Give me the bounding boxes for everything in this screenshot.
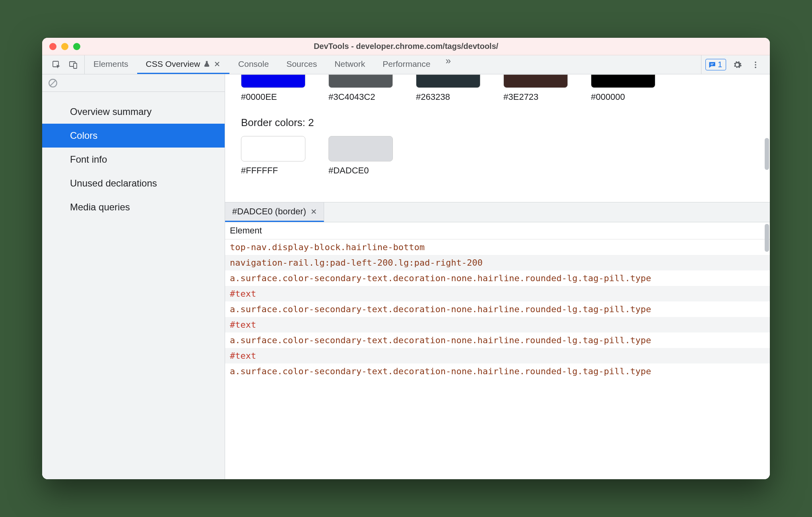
traffic-lights — [49, 43, 80, 50]
content-area: Overview summary Colors Font info Unused… — [42, 74, 770, 479]
swatch-hex: #000000 — [591, 92, 625, 102]
tab-label: Performance — [383, 59, 430, 69]
element-row[interactable]: #text — [225, 348, 770, 363]
tab-performance[interactable]: Performance — [374, 55, 439, 74]
elements-list[interactable]: top-nav.display-block.hairline-bottom na… — [225, 239, 770, 479]
more-options-button[interactable] — [748, 58, 763, 72]
swatch-hex: #DADCE0 — [328, 165, 369, 176]
swatch-hex: #FFFFFF — [241, 165, 278, 176]
message-icon — [708, 61, 716, 69]
sidebar-item-font-info[interactable]: Font info — [42, 148, 225, 171]
svg-point-7 — [755, 66, 756, 68]
tab-network[interactable]: Network — [326, 55, 374, 74]
devtools-toolbar: Elements CSS Overview Console Sources Ne… — [42, 55, 770, 74]
inspect-element-icon[interactable] — [49, 58, 64, 72]
svg-point-5 — [755, 61, 756, 63]
tab-sources[interactable]: Sources — [278, 55, 326, 74]
more-tabs-button[interactable]: » — [439, 55, 457, 74]
sidebar-toolbar — [42, 74, 225, 92]
main-panel: #0000EE #3C4043C2 #263238 #3E2723 — [225, 74, 770, 479]
swatch-chip — [503, 74, 568, 88]
colors-scroll-area[interactable]: #0000EE #3C4043C2 #263238 #3E2723 — [225, 74, 770, 202]
sidebar-item-unused-declarations[interactable]: Unused declarations — [42, 171, 225, 195]
color-swatch[interactable]: #0000EE — [241, 74, 305, 102]
css-overview-sidebar: Overview summary Colors Font info Unused… — [42, 74, 225, 479]
swatch-hex: #3C4043C2 — [328, 92, 375, 102]
element-row[interactable]: navigation-rail.lg:pad-left-200.lg:pad-r… — [225, 255, 770, 270]
scrollbar-thumb[interactable] — [765, 224, 769, 252]
tab-elements[interactable]: Elements — [85, 55, 137, 74]
panel-tabs: Elements CSS Overview Console Sources Ne… — [85, 55, 701, 74]
close-icon[interactable] — [311, 209, 317, 214]
detail-tabstrip: #DADCE0 (border) — [225, 202, 770, 222]
issues-count: 1 — [718, 60, 722, 69]
border-swatch-row: #FFFFFF #DADCE0 — [241, 136, 754, 176]
element-row[interactable]: #text — [225, 286, 770, 301]
swatch-chip — [591, 74, 655, 88]
kebab-icon — [751, 60, 760, 69]
sidebar-item-label: Font info — [70, 154, 107, 165]
window-title: DevTools - developer.chrome.com/tags/dev… — [314, 42, 498, 51]
elements-column-header: Element — [225, 222, 770, 239]
color-swatch[interactable]: #263238 — [416, 74, 480, 102]
settings-button[interactable] — [730, 58, 744, 72]
swatch-chip — [328, 74, 393, 88]
color-swatch-row: #0000EE #3C4043C2 #263238 #3E2723 — [241, 74, 754, 102]
swatch-chip — [241, 136, 305, 161]
tab-label: Sources — [286, 59, 317, 69]
element-row[interactable]: a.surface.color-secondary-text.decoratio… — [225, 332, 770, 348]
element-row[interactable]: a.surface.color-secondary-text.decoratio… — [225, 270, 770, 286]
tab-label: Console — [238, 59, 269, 69]
sidebar-item-label: Colors — [70, 130, 97, 141]
flask-icon — [203, 60, 210, 68]
swatch-hex: #3E2723 — [503, 92, 538, 102]
toolbar-right-group: 1 — [701, 55, 767, 74]
color-swatch[interactable]: #000000 — [591, 74, 655, 102]
svg-rect-3 — [711, 63, 714, 64]
device-toolbar-icon[interactable] — [66, 58, 80, 72]
element-row[interactable]: a.surface.color-secondary-text.decoratio… — [225, 363, 770, 379]
titlebar: DevTools - developer.chrome.com/tags/dev… — [42, 38, 770, 55]
window-close-button[interactable] — [49, 43, 56, 50]
detail-body: Element top-nav.display-block.hairline-b… — [225, 222, 770, 479]
window-zoom-button[interactable] — [73, 43, 80, 50]
tab-label: Elements — [93, 59, 128, 69]
sidebar-item-label: Overview summary — [70, 106, 152, 117]
border-colors-heading: Border colors: 2 — [241, 117, 754, 129]
swatch-chip — [328, 136, 393, 161]
tab-label: CSS Overview — [146, 59, 200, 69]
close-icon[interactable] — [214, 60, 221, 68]
tab-css-overview[interactable]: CSS Overview — [137, 55, 230, 74]
toolbar-left-group — [45, 55, 85, 74]
svg-rect-2 — [74, 63, 77, 68]
detail-tab[interactable]: #DADCE0 (border) — [225, 202, 324, 222]
swatch-chip — [241, 74, 305, 88]
element-row[interactable]: a.surface.color-secondary-text.decoratio… — [225, 301, 770, 317]
detail-tab-label: #DADCE0 (border) — [232, 206, 306, 217]
element-row[interactable]: top-nav.display-block.hairline-bottom — [225, 239, 770, 255]
scrollbar-thumb[interactable] — [765, 138, 769, 170]
svg-rect-4 — [711, 64, 713, 65]
element-row[interactable]: #text — [225, 317, 770, 332]
chevron-double-right-icon: » — [445, 55, 451, 66]
sidebar-item-media-queries[interactable]: Media queries — [42, 195, 225, 219]
gear-icon — [732, 60, 742, 70]
color-swatch[interactable]: #3C4043C2 — [328, 74, 393, 102]
sidebar-item-label: Media queries — [70, 202, 130, 212]
sidebar-list: Overview summary Colors Font info Unused… — [42, 92, 225, 219]
sidebar-item-overview-summary[interactable]: Overview summary — [42, 100, 225, 124]
svg-point-6 — [755, 64, 756, 66]
window-minimize-button[interactable] — [61, 43, 68, 50]
color-swatch[interactable]: #DADCE0 — [328, 136, 393, 176]
tab-label: Network — [334, 59, 365, 69]
swatch-hex: #263238 — [416, 92, 450, 102]
clear-overview-icon[interactable] — [48, 78, 58, 88]
color-swatch[interactable]: #FFFFFF — [241, 136, 305, 176]
swatch-hex: #0000EE — [241, 92, 277, 102]
color-swatch[interactable]: #3E2723 — [503, 74, 568, 102]
tab-console[interactable]: Console — [229, 55, 278, 74]
swatch-chip — [416, 74, 480, 88]
sidebar-item-colors[interactable]: Colors — [42, 124, 225, 148]
sidebar-item-label: Unused declarations — [70, 178, 157, 189]
issues-badge[interactable]: 1 — [705, 59, 726, 70]
